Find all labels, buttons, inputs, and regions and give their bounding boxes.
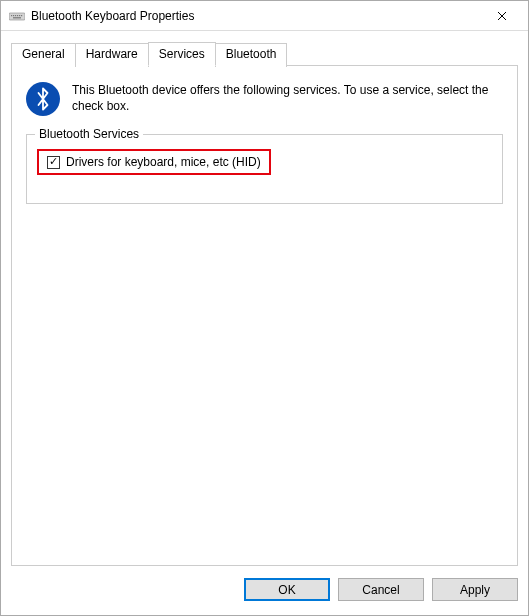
- titlebar: Bluetooth Keyboard Properties: [1, 1, 528, 31]
- svg-rect-2: [13, 15, 14, 16]
- service-hid-checkbox[interactable]: [47, 156, 60, 169]
- bluetooth-icon: [26, 82, 60, 116]
- svg-rect-1: [11, 15, 12, 16]
- group-label: Bluetooth Services: [35, 127, 143, 141]
- cancel-button[interactable]: Cancel: [338, 578, 424, 601]
- tabstrip: General Hardware Services Bluetooth: [11, 41, 518, 65]
- intro-text: This Bluetooth device offers the followi…: [72, 80, 503, 114]
- svg-rect-3: [15, 15, 16, 16]
- tab-general[interactable]: General: [11, 43, 76, 67]
- intro-row: This Bluetooth device offers the followi…: [26, 80, 503, 116]
- ok-button[interactable]: OK: [244, 578, 330, 601]
- svg-rect-0: [9, 13, 25, 20]
- tab-hardware[interactable]: Hardware: [75, 43, 149, 67]
- dialog-buttons: OK Cancel Apply: [1, 566, 528, 615]
- tab-bluetooth[interactable]: Bluetooth: [215, 43, 288, 67]
- tab-services[interactable]: Services: [148, 42, 216, 66]
- tab-content-services: This Bluetooth device offers the followi…: [11, 65, 518, 566]
- dialog-body: General Hardware Services Bluetooth This…: [1, 31, 528, 566]
- close-button[interactable]: [480, 2, 524, 30]
- svg-rect-5: [19, 15, 20, 16]
- svg-rect-7: [13, 17, 21, 18]
- service-hid-label: Drivers for keyboard, mice, etc (HID): [66, 155, 261, 169]
- bluetooth-services-group: Bluetooth Services Drivers for keyboard,…: [26, 134, 503, 204]
- service-row-hid: Drivers for keyboard, mice, etc (HID): [37, 149, 271, 175]
- properties-dialog: Bluetooth Keyboard Properties General Ha…: [0, 0, 529, 616]
- apply-button[interactable]: Apply: [432, 578, 518, 601]
- keyboard-icon: [9, 8, 25, 24]
- svg-rect-4: [17, 15, 18, 16]
- svg-rect-6: [21, 15, 22, 16]
- window-title: Bluetooth Keyboard Properties: [31, 9, 480, 23]
